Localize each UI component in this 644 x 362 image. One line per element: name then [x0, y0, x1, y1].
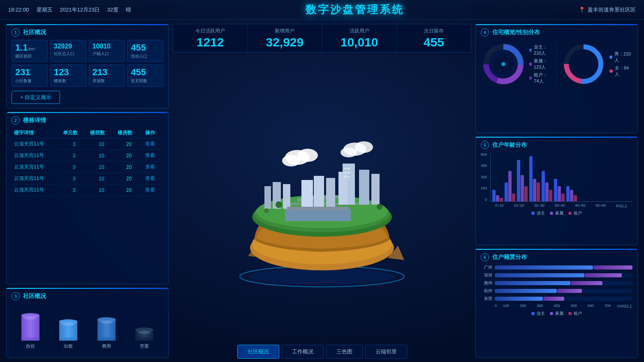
cylinder-label: 出租: [64, 343, 73, 349]
svg-rect-48: [348, 168, 350, 169]
divider: [556, 44, 557, 85]
svg-rect-45: [285, 209, 351, 221]
svg-point-4: [24, 316, 37, 320]
h-bar-owner-fill: [495, 289, 557, 293]
h-bar-family-fill: [585, 273, 622, 277]
bar: [500, 198, 503, 201]
bar: [517, 160, 520, 201]
h-bar-x-labels: 0 100 200 300 400 500 600 700 1000以上: [481, 304, 632, 309]
svg-rect-40: [326, 178, 335, 209]
cell-action[interactable]: 查看: [143, 184, 163, 196]
location-icon: 📍: [579, 7, 585, 13]
donut2-svg: [561, 42, 606, 87]
bar: [529, 156, 533, 201]
stat-rooms-value: 213: [93, 67, 121, 77]
cell-action[interactable]: 查看: [143, 150, 163, 161]
section3-card: 3 社区概况: [6, 288, 169, 358]
stat-communities-value: 231: [15, 67, 44, 77]
3d-model-area: [215, 55, 429, 341]
section2-card: 2 楼栋详情 楼宇详情 单元数 楼层数 楼房数 操作 云顶天宫11号 3 10 …: [6, 112, 169, 284]
svg-point-55: [282, 155, 300, 166]
cell-action[interactable]: 查看: [143, 138, 163, 150]
h-bar-city-label: 深圳: [481, 272, 492, 278]
stat-resident-pop-value: 10010: [93, 43, 121, 50]
cell-floors: 10: [88, 161, 115, 173]
bar-chart-area: [490, 152, 632, 202]
top-stat-3: 次日留存 455: [397, 24, 471, 52]
svg-point-61: [264, 208, 269, 213]
center-tab-button[interactable]: 工作概况: [282, 345, 324, 359]
cell-building-name: 云顶天宫11号: [12, 173, 60, 184]
bar: [566, 186, 570, 201]
bar: [508, 171, 512, 201]
cell-action[interactable]: 查看: [143, 173, 163, 184]
svg-point-68: [501, 62, 505, 66]
section2-header: 2 楼栋详情: [12, 116, 163, 125]
temperature-display: 32度: [107, 6, 118, 14]
section4-charts: 业主：210人 家属：123人 租户：74人: [481, 40, 632, 88]
h-bar-row: 惠州: [481, 280, 632, 286]
donut1: [481, 42, 526, 87]
cylinder-svg: [96, 308, 117, 341]
section2-number: 2: [12, 116, 20, 125]
h-bar-chart: 广州 深圳 惠州 杭州 东莞: [481, 265, 632, 302]
cell-rooms: 20: [115, 184, 143, 196]
stat-floating-pop-value: 455: [131, 43, 160, 53]
weather-display: 晴: [126, 6, 131, 14]
bar-group: [529, 156, 540, 201]
cell-building-name: 云顶天宫11号: [12, 161, 60, 173]
legend6-tenant-dot: [568, 312, 572, 315]
cylinder-svg: [134, 308, 155, 341]
section5-number: 5: [481, 141, 489, 149]
cylinder-svg: [58, 308, 79, 341]
cylinder-svg: [20, 308, 41, 341]
section6-title: 住户籍贯分布: [492, 254, 527, 261]
donut1-legend: 业主：210人 家属：123人 租户：74人: [529, 44, 552, 84]
svg-point-9: [62, 323, 75, 326]
section4-number: 4: [481, 28, 489, 37]
h-bar-track: [495, 289, 632, 293]
donut1-container: 业主：210人 家属：123人 租户：74人: [481, 42, 552, 87]
bar-group: [554, 179, 565, 201]
cell-action[interactable]: 查看: [143, 161, 163, 173]
h-bar-city-label: 东莞: [481, 296, 492, 302]
cell-building-name: 云顶天宫11号: [12, 138, 60, 150]
table-row: 云顶天宫11号 3 10 20 查看: [12, 150, 163, 161]
stat-buildings-value: 123: [54, 67, 83, 77]
stat-party-label: 党支部数: [131, 78, 160, 84]
svg-rect-38: [371, 174, 380, 205]
stat-resident-pop: 10010 户籍人口: [89, 40, 125, 62]
bar-group: [542, 171, 552, 201]
stat-total-pop-value: 32929: [54, 43, 83, 50]
center-tab-button[interactable]: 云端邻里: [365, 345, 407, 359]
section1-card: 1 社区概况 1.1 km² 建区面积 32929 社区总人口 10010: [6, 24, 169, 108]
col-action: 操作: [143, 128, 163, 138]
bar: [521, 175, 524, 201]
bar-group: [505, 171, 515, 201]
date-display: 2021年12月23日: [60, 6, 100, 14]
legend-male-text: 男：210人: [614, 51, 632, 63]
center-tab-button[interactable]: 社区概况: [237, 345, 279, 359]
cell-units: 3: [60, 150, 88, 161]
h-bar-row: 深圳: [481, 272, 632, 278]
center-tab-button[interactable]: 三色图: [326, 345, 363, 359]
section4-title: 住宅概览/性别分布: [492, 29, 540, 36]
h-bar-row: 东莞: [481, 296, 632, 302]
section5-header: 5 住户年龄分布: [481, 141, 632, 149]
col-floors: 楼层数: [88, 128, 115, 138]
cylinder-label: 空置: [140, 343, 149, 349]
time-display: 18:22:00: [8, 7, 29, 13]
top-stat-2: 活跃用户 10,010: [322, 24, 397, 52]
cell-units: 3: [60, 173, 88, 184]
cylinder-item: 出租: [58, 308, 79, 349]
header-left: 18:22:00 星期五 2021年12月23日 32度 晴: [8, 6, 131, 14]
bar: [549, 190, 552, 201]
stat-party: 455 党支部数: [127, 65, 163, 87]
svg-point-59: [276, 201, 282, 208]
custom-display-button[interactable]: + 自定义展示: [12, 91, 60, 104]
svg-point-72: [572, 53, 595, 76]
svg-rect-43: [283, 184, 290, 209]
legend-male-dot: [609, 55, 612, 59]
h-bar-family-fill: [557, 289, 582, 293]
h-bar-city-label: 杭州: [481, 288, 492, 294]
